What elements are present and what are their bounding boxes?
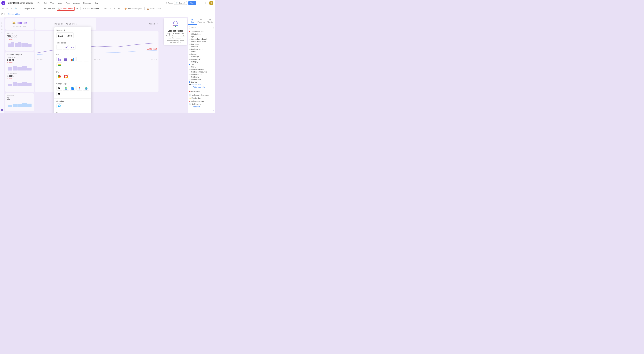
maps-2[interactable]: 🌍	[63, 86, 69, 91]
sep-3	[54, 69, 91, 69]
sep-5	[54, 98, 91, 99]
field-content-group[interactable]: — Content group	[189, 73, 214, 76]
undo-button[interactable]: ↩	[1, 7, 5, 10]
maps-1[interactable]: 🗺	[56, 86, 62, 91]
add-chart-button[interactable]: 📊 + Add a chart ▾	[57, 7, 75, 11]
row-4: 4	[0, 28, 4, 31]
menu-page[interactable]: Page	[65, 2, 71, 4]
field-content-ds[interactable]: — Content data sources	[189, 71, 214, 73]
field-content-cat[interactable]: — Content category	[189, 68, 214, 71]
field-audience-id[interactable]: — Audience ID	[189, 46, 214, 48]
data-search-input[interactable]	[189, 26, 214, 29]
draw-button[interactable]: ✏	[113, 7, 116, 10]
expand-rows-button[interactable]: ›	[1, 109, 3, 111]
field-app-version[interactable]: — App version	[189, 43, 214, 46]
add-data-source-button[interactable]: ➕ + Add Data	[189, 106, 214, 108]
svg-rect-30	[84, 59, 86, 59]
bar-colored[interactable]	[70, 57, 76, 62]
nav-forward[interactable]: →	[36, 7, 40, 10]
right-panel: ⊞ Data ✏ Properties ⊟ Filter bar porteme…	[188, 17, 215, 113]
add-filter-button[interactable]: + Add quick filter	[6, 13, 20, 15]
zoom-in-button[interactable]: 🔍	[14, 7, 18, 10]
field-affiliate[interactable]: — Affiliate Label	[189, 33, 214, 36]
field-content-id[interactable]: — Content ID	[189, 76, 214, 78]
layout-button[interactable]: ⊞	[108, 7, 112, 10]
bar-100pct[interactable]	[56, 63, 62, 67]
time-series-line[interactable]	[63, 45, 69, 50]
paste-update-button[interactable]: 📋 Paste update	[146, 7, 162, 10]
crosshair-button[interactable]: ✛	[76, 7, 79, 10]
calls-scheduling-source[interactable]: 📄 calls scheduling eng... ⋮	[189, 94, 214, 97]
field-browser[interactable]: — Browser	[189, 53, 214, 56]
youtube-icon: ▶	[189, 90, 190, 93]
embed-button[interactable]: </>	[103, 7, 108, 10]
chart-dropdown-menu[interactable]: Scorecard Total 1,168 Sessions 69.3K	[54, 27, 91, 113]
time-series-bar[interactable]	[56, 45, 62, 50]
field-city[interactable]: City	[189, 63, 214, 66]
maps-6[interactable]: 🗺	[56, 92, 62, 96]
call-insights-source[interactable]: 📄 Call insights ⋮	[189, 103, 214, 106]
maps-4[interactable]: 📍	[76, 86, 82, 91]
field-age[interactable]: — Age	[189, 36, 214, 38]
bar-grouped[interactable]	[56, 57, 62, 62]
add-data-button[interactable]: ⊞ + Add data	[43, 7, 56, 10]
looker-mini-chart	[7, 65, 32, 71]
canvas-area[interactable]: 🐱 porter Full page URL | Travel Mar 16, …	[4, 17, 188, 113]
nav-back[interactable]: ←	[19, 7, 23, 10]
view-button[interactable]: View	[188, 1, 196, 5]
add-field-button[interactable]: ➕ + Add a field	[189, 83, 214, 86]
meeting-links-source[interactable]: ⚠ Meeting links ⋮	[189, 97, 214, 100]
field-country[interactable]: Country	[189, 81, 214, 83]
field-city-id[interactable]: — City ID	[189, 66, 214, 68]
expand-panel-button[interactable]: ›	[213, 109, 214, 112]
add-field-icon: ➕	[189, 84, 191, 86]
menu-file[interactable]: File	[37, 2, 41, 4]
field-category[interactable]: — Category	[189, 61, 214, 63]
pie-solid[interactable]	[56, 74, 62, 79]
pie-donut[interactable]	[63, 74, 69, 79]
redo-button[interactable]: ↪	[6, 7, 9, 10]
bar-horizontal[interactable]	[76, 57, 82, 62]
time-series-smooth[interactable]	[70, 45, 76, 50]
menu-resource[interactable]: Resource	[82, 2, 92, 4]
theme-button[interactable]: 🎨 Theme and layout	[124, 7, 143, 10]
bar-stacked[interactable]	[63, 57, 69, 62]
filter-sep: |	[4, 13, 5, 15]
field-campaign-id[interactable]: — Campaign ID	[189, 58, 214, 61]
add-control-button[interactable]: ⊞ ⊞ Add a control ▾	[82, 7, 100, 10]
scorecard-option-1[interactable]: Total 1,168 Sessions 69.3K	[56, 32, 74, 38]
field-campaign[interactable]: — Campaign	[189, 56, 214, 58]
menu-insert[interactable]: Insert	[57, 2, 63, 4]
tab-data[interactable]: ⊞ Data	[188, 17, 197, 25]
field-content-type[interactable]: — Content type	[189, 78, 214, 81]
share-button[interactable]: 🔗 Share ▾	[174, 1, 187, 5]
tab-filter-bar[interactable]: ⊟ Filter bar	[206, 17, 215, 25]
add-parameter-button[interactable]: ➕ + Add a parameter	[189, 86, 214, 88]
menu-edit[interactable]: Edit	[43, 2, 48, 4]
menu-view[interactable]: View	[50, 2, 55, 4]
field-acoson[interactable]: — Acoson Focus Keepi...	[189, 38, 214, 41]
geo-1[interactable]: 🌐	[56, 103, 62, 108]
more-options-button[interactable]: ⋮	[198, 1, 202, 5]
en-youtube-source[interactable]: ▶ EN Youtube ⋮	[189, 90, 214, 93]
help-button[interactable]: ?	[203, 1, 208, 5]
tab-properties[interactable]: ✏ Properties	[197, 17, 206, 25]
rect-button[interactable]: ▭	[117, 7, 120, 10]
field-audience-name[interactable]: — Audience name	[189, 48, 214, 51]
lets-started-icon	[170, 20, 180, 28]
field-author[interactable]: — Author	[189, 51, 214, 53]
field-list: — Affiliate Label — Age — Acoson Focus K…	[189, 33, 214, 83]
maps-3[interactable]: 🗾	[70, 86, 76, 91]
gsheets-mini-chart	[7, 80, 32, 87]
bar-horizontal-stacked[interactable]	[83, 57, 89, 62]
menu-help[interactable]: Help	[94, 2, 99, 4]
user-avatar[interactable]: U	[209, 1, 213, 5]
select-tool[interactable]: ↖	[10, 7, 13, 10]
svg-rect-17	[66, 59, 66, 61]
reset-button[interactable]: ↺ ↺ Reset Reset	[166, 2, 172, 4]
menu-arrange[interactable]: Arrange	[72, 2, 80, 4]
svg-rect-23	[72, 59, 73, 61]
maps-5[interactable]: 🌏	[83, 86, 89, 91]
portemetrics-source[interactable]: ● portemetrics.com ⋮	[189, 100, 214, 103]
field-alutes[interactable]: — Alutes Thates Score	[189, 41, 214, 43]
